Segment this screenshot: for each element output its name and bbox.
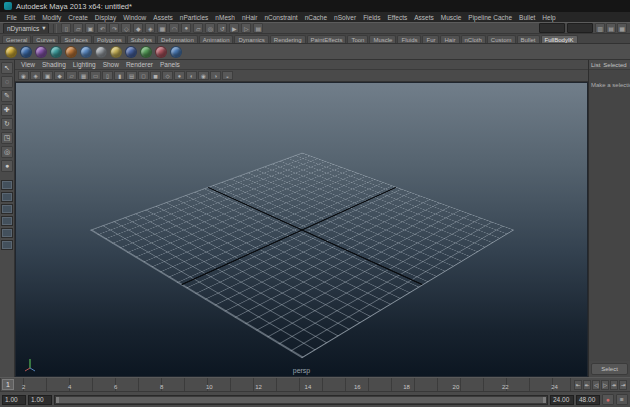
attribute-editor-menu-item[interactable]: Selected	[603, 62, 626, 68]
animation-end-field[interactable]: 48.00	[576, 395, 600, 405]
persp-outliner-layout-button[interactable]	[1, 204, 13, 214]
tool-settings-toggle-icon[interactable]: ▤	[606, 23, 616, 33]
snap-to-curve-icon[interactable]: ◠	[169, 23, 179, 33]
undo-icon[interactable]: ↶	[97, 23, 107, 33]
menu-item[interactable]: Help	[539, 14, 559, 21]
shelf-tab[interactable]: PaintEffects	[307, 35, 347, 43]
shelf-tab[interactable]: Muscle	[369, 35, 396, 43]
playback-end-field[interactable]: 24.00	[550, 395, 574, 405]
shelf-tab[interactable]: Bullet	[517, 35, 540, 43]
shelf-tab[interactable]: Fur	[422, 35, 439, 43]
shelf-tab[interactable]: FullBodyIK	[541, 35, 578, 43]
menu-item[interactable]: Assets	[411, 14, 438, 21]
construction-history-icon[interactable]: ↺	[217, 23, 227, 33]
perspective-viewport[interactable]: persp	[15, 82, 588, 377]
menu-item[interactable]: Edit	[20, 14, 38, 21]
panel-menu-item[interactable]: View	[18, 61, 38, 68]
quick-select-field[interactable]	[539, 23, 565, 33]
menu-item[interactable]: Effects	[384, 14, 411, 21]
last-tool-used[interactable]: ●	[1, 160, 13, 172]
render-current-frame-icon[interactable]: ▶	[229, 23, 239, 33]
smooth-shade-icon[interactable]: ●	[174, 71, 185, 80]
menu-item[interactable]: nConstraint	[261, 14, 301, 21]
safe-action-icon[interactable]: ◻	[138, 71, 149, 80]
render-settings-icon[interactable]: ▤	[253, 23, 263, 33]
select-component-icon[interactable]: ◈	[145, 23, 155, 33]
shelf-tab[interactable]: Subdivs	[127, 35, 156, 43]
nparticle-balls-icon[interactable]	[5, 46, 17, 58]
menu-item[interactable]: Modify	[39, 14, 65, 21]
shelf-tab[interactable]: Toon	[347, 35, 368, 43]
animation-start-field[interactable]: 1.00	[2, 395, 26, 405]
attribute-editor-menu-item[interactable]: List	[591, 62, 600, 68]
nparticle-cloud-icon[interactable]	[20, 46, 32, 58]
select-object-icon[interactable]: ◆	[133, 23, 143, 33]
textured-icon[interactable]: ◐	[186, 71, 197, 80]
auto-keyframe-toggle[interactable]: ●	[602, 394, 614, 405]
create-ncloth-icon[interactable]	[80, 46, 92, 58]
shelf-tab[interactable]: nCloth	[461, 35, 486, 43]
shelf-tab[interactable]: Hair	[440, 35, 459, 43]
nconstraint-component-icon[interactable]	[110, 46, 122, 58]
select-tool[interactable]: ↖	[1, 62, 13, 74]
shadows-icon[interactable]: ◑	[210, 71, 221, 80]
menu-item[interactable]: Muscle	[437, 14, 465, 21]
shelf-tab[interactable]: Curves	[32, 35, 59, 43]
current-frame-indicator[interactable]: 1	[2, 379, 14, 390]
range-slider-bar[interactable]	[56, 397, 546, 403]
panel-menu-item[interactable]: Renderer	[123, 61, 156, 68]
panel-menu-item[interactable]: Shading	[39, 61, 69, 68]
time-slider[interactable]: 1 24681012141618202224	[0, 378, 570, 391]
menu-item[interactable]: Bullet	[516, 14, 539, 21]
menu-item[interactable]: nCache	[301, 14, 330, 21]
menu-item[interactable]: File	[3, 14, 20, 21]
shelf-tab[interactable]: Surfaces	[60, 35, 92, 43]
menu-item[interactable]: nMesh	[212, 14, 239, 21]
save-scene-icon[interactable]: ▣	[85, 23, 95, 33]
play-forwards-button[interactable]: ▷	[601, 380, 609, 390]
create-passive-collider-icon[interactable]	[95, 46, 107, 58]
menu-set-selector[interactable]: nDynamics ▾	[3, 23, 49, 34]
menu-item[interactable]: nParticles	[176, 14, 212, 21]
scale-tool[interactable]: ◳	[1, 132, 13, 144]
menu-item[interactable]: Create	[65, 14, 92, 21]
ipr-render-icon[interactable]: ▷	[241, 23, 251, 33]
persp-graph-layout-button[interactable]	[1, 216, 13, 226]
nparticle-points-icon[interactable]	[35, 46, 47, 58]
panel-menu-item[interactable]: Lighting	[70, 61, 99, 68]
menu-item[interactable]: nSolver	[331, 14, 360, 21]
channel-box-toggle-icon[interactable]: ▦	[617, 23, 627, 33]
image-plane-icon[interactable]: ▱	[66, 71, 77, 80]
shelf-tab[interactable]: Custom	[487, 35, 516, 43]
resolution-gate-icon[interactable]: ▯	[102, 71, 113, 80]
menu-item[interactable]: Pipeline Cache	[465, 14, 516, 21]
step-forward-frame-button[interactable]: ↠	[610, 380, 618, 390]
move-tool[interactable]: ✚	[1, 104, 13, 116]
snap-to-grid-icon[interactable]: ▦	[157, 23, 167, 33]
ncache-create-icon[interactable]	[140, 46, 152, 58]
four-pane-layout-button[interactable]	[1, 192, 13, 202]
rotate-tool[interactable]: ↻	[1, 118, 13, 130]
snap-to-point-icon[interactable]: ●	[181, 23, 191, 33]
lock-camera-icon[interactable]: ◈	[30, 71, 41, 80]
wireframe-icon[interactable]: ◇	[162, 71, 173, 80]
redo-icon[interactable]: ↷	[109, 23, 119, 33]
select-camera-icon[interactable]: ◉	[18, 71, 29, 80]
menu-item[interactable]: Fields	[360, 14, 384, 21]
playback-start-field[interactable]: 1.00	[28, 395, 52, 405]
menu-item[interactable]: Display	[91, 14, 119, 21]
nconstraint-point-icon[interactable]	[125, 46, 137, 58]
go-to-end-button[interactable]: ⇥	[619, 380, 627, 390]
shelf-tab[interactable]: Animation	[199, 35, 234, 43]
lasso-select-tool[interactable]: ◌	[1, 76, 13, 88]
paint-select-tool[interactable]: ✎	[1, 90, 13, 102]
attribute-editor-toggle-icon[interactable]: ▥	[595, 23, 605, 33]
make-live-icon[interactable]: ◎	[205, 23, 215, 33]
gate-mask-icon[interactable]: ▮	[114, 71, 125, 80]
safe-title-icon[interactable]: ◼	[150, 71, 161, 80]
range-slider[interactable]	[54, 395, 548, 405]
step-back-frame-button[interactable]: ↞	[583, 380, 591, 390]
view-grid-icon[interactable]: ▦	[78, 71, 89, 80]
shelf-tab[interactable]: Fluids	[397, 35, 421, 43]
panel-menu-item[interactable]: Show	[100, 61, 122, 68]
